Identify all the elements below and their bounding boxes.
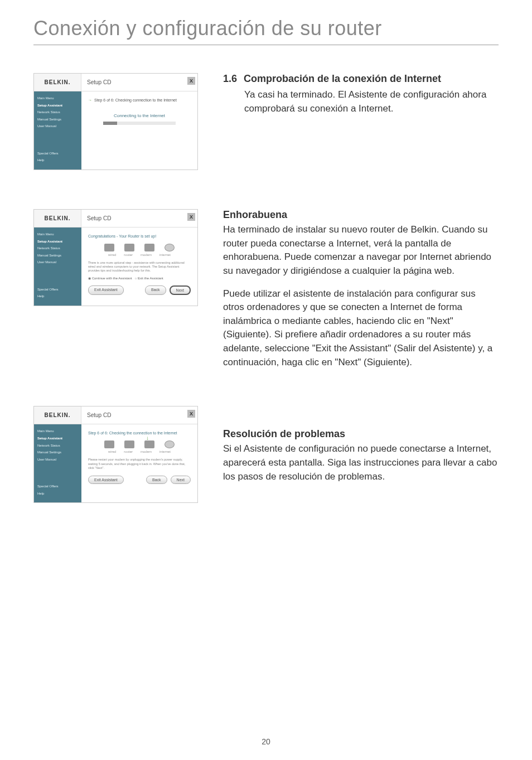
sidebar-manual-settings[interactable]: Manual Settings [37, 253, 78, 259]
enhorabuena-heading: Enhorabuena [223, 209, 499, 221]
setup-cd-label: Setup CD [87, 215, 111, 221]
section-title: Comprobación de la conexión de Internet [244, 73, 441, 85]
step-text: Step 6 of 6: Checking the connection to … [88, 431, 191, 435]
sidebar-manual-settings[interactable]: Manual Settings [37, 117, 78, 123]
radio-continue[interactable]: ◉ Continue with the Assistant [88, 277, 132, 280]
window-header: BELKIN. Setup CD X [34, 406, 197, 424]
window-header: BELKIN. Setup CD X [34, 210, 197, 227]
sidebar-setup-assistant[interactable]: Setup Assistant [37, 239, 78, 245]
wired-icon [104, 440, 114, 448]
sidebar: Main Menu Setup Assistant Network Status… [34, 227, 81, 306]
sidebar-user-manual[interactable]: User Manual [37, 457, 78, 463]
sidebar-help[interactable]: Help [37, 491, 59, 497]
sidebar-manual-settings[interactable]: Manual Settings [37, 450, 78, 456]
screenshot-2-col: BELKIN. Setup CD X Main Menu Setup Assis… [33, 209, 206, 378]
title-divider [33, 45, 499, 45]
label-wired: wired [108, 450, 116, 453]
sidebar-network-status[interactable]: Network Status [37, 110, 78, 115]
section-num: 1.6 [223, 73, 237, 85]
setup-cd-label: Setup CD [87, 412, 111, 418]
router-icon [124, 244, 134, 251]
internet-icon [165, 244, 175, 251]
sidebar-network-status[interactable]: Network Status [37, 443, 78, 449]
page-title: Conexión y configuración de su router [0, 0, 532, 45]
sidebar-help[interactable]: Help [37, 294, 59, 299]
next-button[interactable]: Next [171, 476, 191, 484]
network-diagram: wired router modem internet [88, 244, 191, 256]
page-number: 20 [0, 737, 532, 746]
main-panel: Congratulations - Your Router is set up!… [81, 227, 197, 306]
step-text: Step 6 of 6: Checking connection to the … [94, 98, 177, 102]
section-1-6-heading: 1.6 Comprobación de la conexión de Inter… [223, 73, 499, 85]
sidebar-user-manual[interactable]: User Manual [37, 124, 78, 129]
sidebar-special-offers[interactable]: Special Offers [37, 484, 59, 490]
network-diagram: ↓ wired router modem internet [88, 440, 191, 453]
sidebar-setup-assistant[interactable]: Setup Assistant [37, 436, 78, 442]
sidebar-special-offers[interactable]: Special Offers [37, 151, 59, 157]
button-row: Exit Assistant Back Next [88, 476, 191, 484]
label-modem: modem [141, 253, 152, 256]
screenshot-3-col: BELKIN. Setup CD X Main Menu Setup Assis… [33, 406, 206, 503]
info-text: Please restart your modem by unplugging … [88, 458, 191, 469]
info-text: There is one more optional step - assist… [88, 261, 191, 273]
main-panel: →Step 6 of 6: Checking connection to the… [81, 91, 197, 170]
resolucion-heading: Resolución de problemas [223, 428, 499, 440]
belkin-logo: BELKIN. [34, 210, 81, 227]
modem-icon [144, 440, 154, 448]
sidebar-setup-assistant[interactable]: Setup Assistant [37, 103, 78, 109]
close-icon[interactable]: X [187, 213, 195, 221]
radio-exit[interactable]: ○ Exit the Assistant [135, 277, 163, 280]
label-router: router [124, 253, 133, 256]
wired-icon [104, 244, 114, 251]
congrats-text: Congratulations - Your Router is set up! [88, 234, 191, 238]
window-header: BELKIN. Setup CD X [34, 74, 197, 91]
window-title: Setup CD X [81, 406, 197, 424]
sidebar-main-menu[interactable]: Main Menu [37, 232, 78, 238]
next-button[interactable]: Next [170, 285, 191, 295]
sidebar-user-manual[interactable]: User Manual [37, 260, 78, 265]
screenshot-1-col: BELKIN. Setup CD X Main Menu Setup Assis… [33, 73, 206, 170]
label-wired: wired [108, 253, 116, 256]
main-panel: Step 6 of 6: Checking the connection to … [81, 424, 197, 502]
router-icon [124, 440, 134, 448]
sidebar: Main Menu Setup Assistant Network Status… [34, 91, 81, 170]
belkin-logo: BELKIN. [34, 406, 81, 424]
label-internet: internet [159, 253, 171, 256]
close-icon[interactable]: X [187, 410, 195, 418]
enhorabuena-p1: Ha terminado de instalar su nuevo router… [223, 223, 499, 278]
connecting-label: Connecting to the Internet [88, 113, 191, 118]
window-body: Main Menu Setup Assistant Network Status… [34, 227, 197, 306]
button-row: Exit Assistant Back Next [88, 285, 191, 295]
sidebar-main-menu[interactable]: Main Menu [37, 96, 78, 101]
sidebar-special-offers[interactable]: Special Offers [37, 287, 59, 293]
sidebar: Main Menu Setup Assistant Network Status… [34, 424, 81, 502]
row-1: BELKIN. Setup CD X Main Menu Setup Assis… [0, 73, 532, 170]
close-icon[interactable]: X [187, 77, 195, 85]
window-body: Main Menu Setup Assistant Network Status… [34, 424, 197, 502]
section-body: Ya casi ha terminado. El Asistente de co… [223, 88, 499, 115]
back-button[interactable]: Back [146, 476, 167, 484]
text-2: Enhorabuena Ha terminado de instalar su … [206, 209, 499, 378]
sidebar-main-menu[interactable]: Main Menu [37, 429, 78, 434]
label-modem: modem [141, 450, 152, 453]
sidebar-network-status[interactable]: Network Status [37, 246, 78, 251]
label-router: router [124, 450, 133, 453]
window-title: Setup CD X [81, 210, 197, 227]
exit-assistant-button[interactable]: Exit Assistant [88, 476, 124, 484]
progress-bar [103, 122, 176, 125]
window-body: Main Menu Setup Assistant Network Status… [34, 91, 197, 170]
exit-assistant-button[interactable]: Exit Assistant [88, 285, 124, 295]
sidebar-help[interactable]: Help [37, 158, 59, 163]
arrow-icon: → [88, 98, 92, 102]
back-button[interactable]: Back [145, 285, 166, 295]
row-2: BELKIN. Setup CD X Main Menu Setup Assis… [0, 209, 532, 378]
progress-fill [103, 122, 117, 125]
label-internet: internet [159, 450, 171, 453]
screenshot-1: BELKIN. Setup CD X Main Menu Setup Assis… [33, 73, 198, 170]
text-1: 1.6 Comprobación de la conexión de Inter… [206, 73, 499, 170]
text-3: Resolución de problemas Si el Asistente … [206, 406, 499, 503]
modem-icon [144, 244, 154, 251]
radio-options: ◉ Continue with the Assistant ○ Exit the… [88, 276, 191, 280]
screenshot-3: BELKIN. Setup CD X Main Menu Setup Assis… [33, 406, 198, 503]
row-3: BELKIN. Setup CD X Main Menu Setup Assis… [0, 406, 532, 503]
